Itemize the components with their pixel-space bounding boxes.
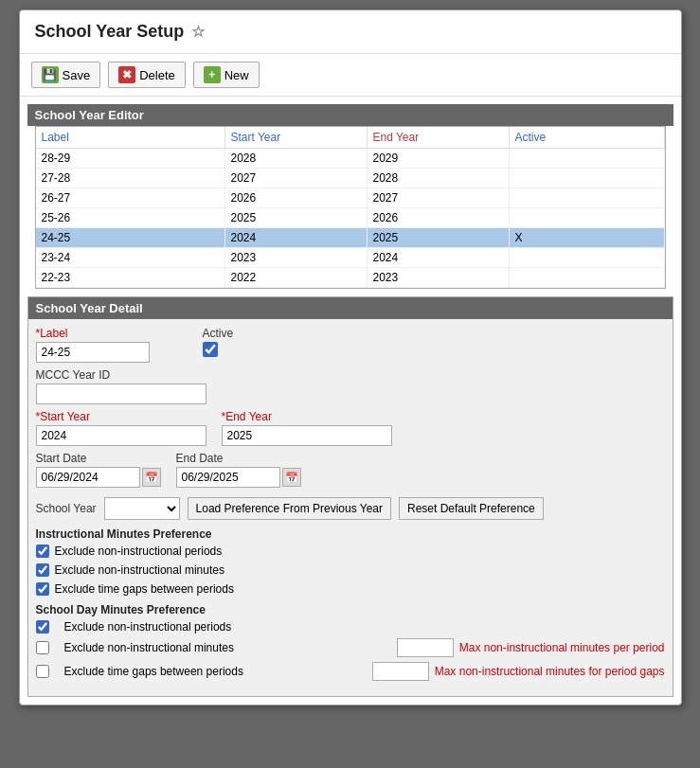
cell-start-year: 2026	[225, 188, 368, 207]
school-day-input-label-2: Max non-instructional minutes for period…	[435, 665, 665, 678]
instructional-header: Instructional Minutes Preference	[36, 527, 665, 541]
detail-section: School Year Detail *Label Active MCCC Ye…	[27, 296, 673, 697]
new-button[interactable]: + New	[193, 62, 260, 88]
school-day-input-label-1: Max non-instructional minutes per period	[459, 641, 665, 654]
cell-active	[510, 248, 665, 267]
label-active-row: *Label Active	[36, 327, 665, 363]
start-date-group: Start Date 📅	[36, 452, 161, 488]
instructional-pref-label-0: Exclude non-instructional periods	[55, 545, 223, 558]
table-row[interactable]: 25-26 2025 2026	[36, 208, 665, 228]
cell-label: 26-27	[36, 188, 225, 207]
cell-active: X	[510, 228, 665, 247]
cell-label: 24-25	[36, 228, 225, 247]
end-date-input[interactable]	[176, 467, 280, 488]
school-year-pref-label: School Year	[36, 502, 97, 515]
delete-button[interactable]: ✖ Delete	[108, 62, 186, 88]
start-date-input[interactable]	[36, 467, 140, 488]
mccc-group: MCCC Year ID	[36, 368, 206, 404]
save-label: Save	[63, 68, 91, 82]
instructional-checkbox-0[interactable]	[36, 545, 49, 558]
instructional-checkbox-2[interactable]	[36, 582, 49, 596]
instructional-checkbox-1[interactable]	[36, 563, 49, 577]
cell-start-year: 2023	[225, 248, 368, 267]
cell-end-year: 2027	[368, 188, 510, 207]
col-label[interactable]: Label	[36, 127, 225, 148]
table-section-header: School Year Editor	[27, 104, 673, 126]
table-row[interactable]: 22-23 2022 2023	[36, 268, 665, 288]
start-year-input[interactable]	[36, 425, 206, 446]
school-day-pref-label-2: Exclude time gaps between periods	[64, 665, 243, 678]
school-day-pref-label-1: Exclude non-instructional minutes	[64, 641, 234, 654]
main-window: School Year Setup ☆ 💾 Save ✖ Delete + Ne…	[19, 9, 682, 705]
cell-start-year: 2025	[225, 208, 368, 227]
reset-preference-button[interactable]: Reset Default Preference	[399, 497, 544, 520]
end-year-input[interactable]	[222, 425, 392, 446]
load-preference-button[interactable]: Load Preference From Previous Year	[188, 497, 391, 520]
table-row[interactable]: 23-24 2023 2024	[36, 248, 665, 268]
table-row[interactable]: 24-25 2024 2025 X	[36, 228, 665, 248]
delete-label: Delete	[139, 68, 175, 82]
instructional-pref-item: Exclude non-instructional minutes	[36, 563, 665, 577]
save-button[interactable]: 💾 Save	[31, 62, 101, 88]
school-year-pref-row: School Year Load Preference From Previou…	[36, 497, 665, 520]
new-icon: +	[204, 66, 221, 83]
school-day-checkbox-2[interactable]	[36, 665, 49, 678]
cell-end-year: 2024	[368, 248, 510, 267]
label-field-label: *Label	[36, 327, 150, 340]
cell-label: 22-23	[36, 268, 225, 287]
end-year-group: *End Year	[222, 410, 392, 446]
favorite-icon[interactable]: ☆	[191, 23, 205, 41]
cell-label: 25-26	[36, 208, 225, 227]
end-year-label: *End Year	[222, 410, 392, 423]
end-date-group: End Date 📅	[176, 452, 301, 488]
cell-active	[510, 268, 665, 287]
school-day-items: Exclude non-instructional periods Exclud…	[36, 620, 665, 681]
start-date-calendar-icon[interactable]: 📅	[142, 468, 161, 487]
school-day-pref-item: Exclude time gaps between periods Max no…	[36, 662, 665, 681]
toolbar: 💾 Save ✖ Delete + New	[20, 54, 681, 97]
school-day-header: School Day Minutes Preference	[36, 603, 665, 616]
school-day-input-1[interactable]	[397, 638, 454, 657]
mccc-row: MCCC Year ID	[36, 368, 665, 404]
years-row: *Start Year *End Year	[36, 410, 665, 446]
school-day-pref-item: Exclude non-instructional periods	[36, 620, 665, 634]
mccc-input[interactable]	[36, 384, 206, 404]
cell-end-year: 2025	[368, 228, 510, 247]
table-body: 28-29 2028 2029 27-28 2027 2028 26-27 20…	[36, 149, 665, 288]
mccc-label: MCCC Year ID	[36, 368, 206, 382]
cell-start-year: 2024	[225, 228, 368, 247]
table-row[interactable]: 27-28 2027 2028	[36, 169, 665, 188]
instructional-items: Exclude non-instructional periods Exclud…	[36, 545, 665, 596]
instructional-pref-label-1: Exclude non-instructional minutes	[55, 563, 224, 577]
col-end-year[interactable]: End Year	[368, 127, 510, 148]
school-year-dropdown[interactable]	[104, 497, 180, 520]
active-label: Active	[203, 327, 234, 340]
school-day-input-2[interactable]	[372, 662, 429, 681]
cell-start-year: 2022	[225, 268, 368, 287]
table-row[interactable]: 26-27 2026 2027	[36, 188, 665, 208]
end-date-input-group: 📅	[176, 467, 301, 488]
cell-end-year: 2023	[368, 268, 510, 287]
school-day-pref-label-0: Exclude non-instructional periods	[64, 620, 232, 634]
cell-end-year: 2028	[368, 169, 510, 188]
active-group: Active	[203, 327, 234, 357]
table-row[interactable]: 28-29 2028 2029	[36, 149, 665, 169]
col-start-year[interactable]: Start Year	[225, 127, 368, 148]
label-input[interactable]	[36, 342, 150, 363]
start-year-group: *Start Year	[36, 410, 206, 446]
active-checkbox[interactable]	[203, 342, 218, 357]
cell-label: 28-29	[36, 149, 225, 168]
end-date-calendar-icon[interactable]: 📅	[282, 468, 301, 487]
instructional-pref-item: Exclude time gaps between periods	[36, 582, 665, 596]
cell-active	[510, 208, 665, 227]
title-bar: School Year Setup ☆	[20, 10, 681, 54]
school-day-pref-section: School Day Minutes Preference Exclude no…	[36, 603, 665, 681]
school-day-checkbox-0[interactable]	[36, 620, 49, 634]
end-date-label: End Date	[176, 452, 301, 465]
cell-active	[510, 169, 665, 188]
cell-label: 27-28	[36, 169, 225, 188]
col-active: Active	[510, 127, 665, 148]
school-day-checkbox-1[interactable]	[36, 641, 49, 654]
cell-start-year: 2028	[225, 149, 368, 168]
cell-start-year: 2027	[225, 169, 368, 188]
